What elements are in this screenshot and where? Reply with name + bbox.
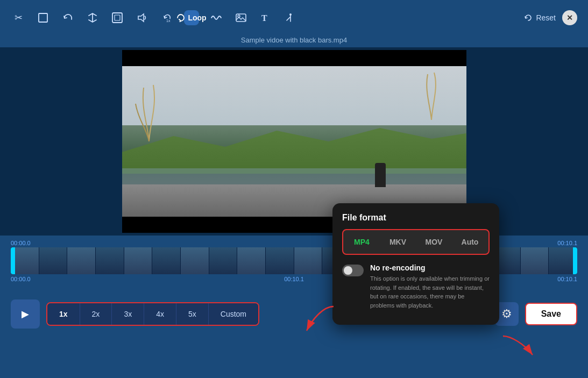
toggle-knob — [344, 266, 352, 275]
text-icon[interactable]: T — [258, 10, 273, 25]
no-encoding-toggle[interactable] — [342, 265, 364, 276]
image-overlay-icon[interactable] — [233, 10, 249, 25]
loop-option-custom[interactable]: Custom — [209, 303, 258, 325]
timeline-frame — [209, 247, 238, 274]
timeline-frame — [124, 247, 153, 274]
format-options: MP4 MKV MOV Auto — [342, 229, 490, 255]
wave-icon[interactable] — [209, 10, 224, 25]
loop-option-5x[interactable]: 5x — [176, 303, 209, 325]
timeline-frame — [266, 247, 294, 274]
scissors-icon[interactable]: ✂ — [11, 10, 26, 25]
svg-rect-1 — [112, 13, 122, 23]
svg-rect-5 — [236, 14, 246, 22]
timeline-frame — [521, 247, 549, 274]
loop-option-1x[interactable]: 1x — [47, 303, 80, 325]
popup-title: File format — [342, 213, 490, 223]
timeline-start: 00:00.0 — [11, 240, 31, 246]
timeline-handle-right[interactable] — [573, 247, 577, 274]
timeline-area: 00:00.0 00:10.1 00:0 — [0, 240, 588, 282]
crop-icon[interactable] — [36, 10, 51, 25]
svg-marker-3 — [138, 14, 144, 22]
timeline-bottom-start: 00:00.0 — [11, 276, 31, 282]
no-encoding-row: No re-encoding This option is only avail… — [342, 263, 490, 310]
timeline-frame — [294, 247, 323, 274]
svg-rect-0 — [39, 13, 47, 22]
file-format-popup: File format MP4 MKV MOV Auto No re-encod… — [332, 203, 499, 325]
bottom-controls: ▶ 1x 2x 3x 4x 5x Custom ⚙ Save — [0, 293, 588, 335]
no-encoding-desc: This option is only available when trimm… — [370, 274, 490, 310]
loop-option-4x[interactable]: 4x — [144, 303, 176, 325]
loop-option-3x[interactable]: 3x — [112, 303, 144, 325]
toolbar-icons: ✂ 1x Loop T — [11, 10, 298, 25]
timeline-frame — [39, 247, 68, 274]
no-encoding-title: No re-encoding — [370, 263, 490, 272]
video-container — [0, 47, 588, 236]
toolbar: ✂ 1x Loop T — [0, 0, 588, 35]
save-button[interactable]: Save — [525, 303, 577, 325]
timeline-frame — [96, 247, 124, 274]
reset-button[interactable]: Reset — [524, 13, 556, 22]
format-mp4[interactable]: MP4 — [345, 232, 378, 252]
video-content — [122, 66, 466, 217]
undo-icon[interactable] — [60, 10, 75, 25]
timeline-frame — [237, 247, 266, 274]
format-auto[interactable]: Auto — [454, 232, 486, 252]
loop-button[interactable]: Loop — [184, 10, 199, 25]
close-icon: ✕ — [566, 13, 573, 22]
subtitle-icon[interactable] — [283, 10, 298, 25]
toolbar-right: Reset ✕ — [524, 10, 577, 25]
timeline-end: 00:10.1 — [557, 240, 577, 246]
format-mkv[interactable]: MKV — [381, 232, 414, 252]
svg-rect-2 — [115, 15, 120, 20]
timeline-frame — [67, 247, 96, 274]
no-encoding-text: No re-encoding This option is only avail… — [370, 263, 490, 310]
border-icon[interactable] — [110, 10, 125, 25]
timeline-bottom-mid: 00:10.1 — [284, 276, 304, 282]
loop-options: 1x 2x 3x 4x 5x Custom — [46, 302, 259, 326]
speed-rewind-icon[interactable]: 1x — [159, 10, 174, 25]
svg-point-8 — [289, 13, 292, 16]
format-mov[interactable]: MOV — [417, 232, 450, 252]
loop-label: Loop — [188, 13, 206, 22]
flip-icon[interactable] — [85, 10, 100, 25]
timeline-frame — [181, 247, 209, 274]
settings-icon: ⚙ — [501, 307, 512, 321]
filename-bar: Sample vidoe with black bars.mp4 — [0, 35, 588, 47]
timeline-frame — [152, 247, 181, 274]
play-button[interactable]: ▶ — [11, 299, 40, 329]
timeline-handle-left[interactable] — [11, 247, 15, 274]
filename-text: Sample vidoe with black bars.mp4 — [241, 36, 347, 44]
video-black-top — [122, 50, 466, 66]
close-button[interactable]: ✕ — [562, 10, 577, 25]
svg-text:1x: 1x — [166, 19, 171, 23]
audio-icon[interactable] — [134, 10, 150, 25]
svg-text:T: T — [261, 13, 267, 23]
loop-option-2x[interactable]: 2x — [80, 303, 112, 325]
timeline-bottom-end: 00:10.1 — [557, 276, 577, 282]
reset-label: Reset — [536, 13, 556, 22]
play-icon: ▶ — [22, 308, 29, 320]
save-label: Save — [541, 309, 561, 318]
